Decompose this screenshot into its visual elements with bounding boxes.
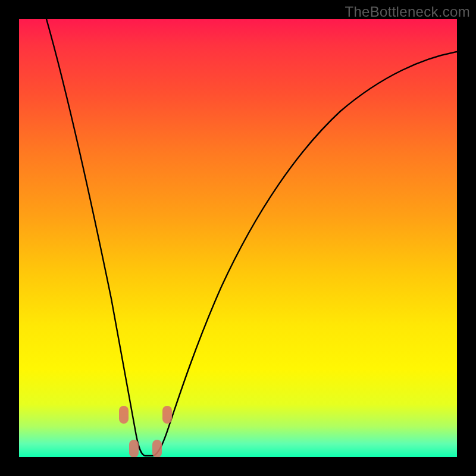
chart-frame: TheBottleneck.com xyxy=(0,0,476,476)
trough-markers xyxy=(119,406,172,457)
curve-svg xyxy=(19,19,457,457)
marker-left-upper xyxy=(119,406,129,424)
plot-area xyxy=(19,19,457,457)
marker-right-upper xyxy=(162,406,172,424)
bottleneck-curve xyxy=(46,19,457,456)
watermark-text: TheBottleneck.com xyxy=(345,4,470,20)
marker-left-lower xyxy=(129,440,139,457)
marker-right-lower xyxy=(152,440,162,457)
